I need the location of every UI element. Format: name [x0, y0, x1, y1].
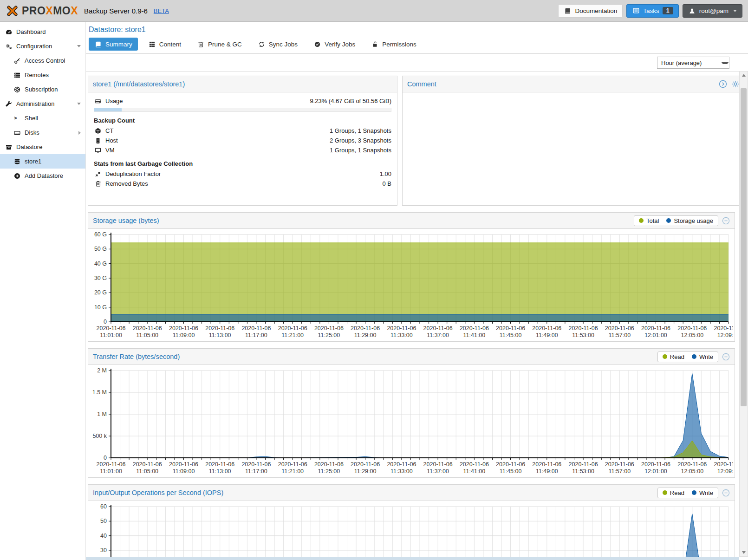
sidebar-item-shell[interactable]: >_Shell [0, 111, 85, 125]
legend-write[interactable]: Write [692, 489, 713, 496]
legend-read[interactable]: Read [663, 489, 684, 496]
chart-legend: ReadWrite [657, 352, 718, 362]
expand-arrow-icon[interactable] [78, 131, 81, 135]
svg-text:10 G: 10 G [94, 304, 107, 311]
sidebar-item-add-datastore[interactable]: Add Datastore [0, 169, 85, 183]
collapse-arrow-icon[interactable] [77, 103, 81, 105]
sidebar-item-configuration[interactable]: Configuration [0, 39, 85, 53]
svg-text:11:33:00: 11:33:00 [390, 332, 413, 339]
tab-label: Permissions [382, 41, 416, 48]
sidebar-item-subscription[interactable]: Subscription [0, 82, 85, 97]
sidebar-item-disks[interactable]: Disks [0, 125, 85, 140]
row-label: Removed Bytes [105, 180, 148, 187]
collapse-icon[interactable] [722, 353, 730, 361]
gears-icon [5, 43, 13, 50]
svg-text:2020-11-06: 2020-11-06 [677, 325, 707, 332]
legend-dot-icon [663, 354, 667, 359]
grid-icon [148, 41, 156, 47]
app-window: PROXMOX Backup Server 0.9-6 BETA Documen… [0, 0, 748, 560]
svg-text:2020-11-06: 2020-11-06 [496, 325, 525, 332]
svg-text:2020-11-06: 2020-11-06 [641, 461, 670, 468]
sidebar-item-label: Configuration [16, 43, 52, 50]
svg-text:11:21:00: 11:21:00 [281, 468, 304, 475]
select-trigger[interactable] [720, 57, 729, 68]
legend-write[interactable]: Write [692, 353, 713, 360]
comment-content[interactable] [403, 92, 745, 207]
tab-summary[interactable]: Summary [89, 38, 138, 51]
lifering-icon [13, 86, 21, 93]
collapse-icon[interactable] [722, 217, 730, 225]
svg-text:0: 0 [104, 319, 107, 325]
top-header: PROXMOX Backup Server 0.9-6 BETA Documen… [0, 0, 748, 22]
time-range-select[interactable]: Hour (average) [657, 57, 729, 69]
sidebar-item-label: Administration [16, 100, 54, 107]
legend-read[interactable]: Read [663, 353, 684, 360]
collapse-icon[interactable] [722, 489, 730, 497]
horizontal-scrollbar[interactable] [86, 557, 739, 560]
svg-text:12:09:00: 12:09:00 [717, 332, 733, 339]
svg-text:11:37:00: 11:37:00 [427, 332, 449, 339]
scroll-down-arrow[interactable] [740, 549, 748, 556]
svg-text:2020-11-06: 2020-11-06 [314, 461, 344, 468]
input-output-operations-per-second-iops-panel: Input/Output Operations per Second (IOPS… [88, 484, 735, 560]
svg-text:11:01:00: 11:01:00 [100, 332, 122, 339]
svg-text:11:33:00: 11:33:00 [390, 468, 413, 475]
transfer-rate-bytes-second-chart: 2 M1.5 M1 M500 k02020-11-0611:01:002020-… [90, 366, 733, 477]
svg-text:11:05:00: 11:05:00 [136, 332, 158, 339]
row-label: Deduplication Factor [105, 170, 161, 177]
sidebar-item-remotes[interactable]: Remotes [0, 68, 85, 82]
sidebar: DashboardConfigurationAccess ControlRemo… [0, 22, 86, 560]
svg-text:11:25:00: 11:25:00 [318, 332, 340, 339]
documentation-button[interactable]: Documentation [558, 4, 623, 18]
sidebar-item-label: Shell [25, 115, 38, 122]
sidebar-item-access-control[interactable]: Access Control [0, 53, 85, 68]
svg-text:12:01:00: 12:01:00 [644, 468, 667, 475]
beta-link[interactable]: BETA [154, 7, 169, 14]
brand-segment: PRO [22, 5, 46, 17]
sidebar-item-datastore[interactable]: Datastore [0, 140, 85, 154]
chart-title: Storage usage (bytes) [93, 217, 159, 224]
collapse-arrow-icon[interactable] [77, 45, 81, 47]
tasks-button[interactable]: Tasks 1 [626, 4, 678, 18]
scroll-up-arrow[interactable] [740, 72, 748, 79]
tab-verify-jobs[interactable]: Verify Jobs [308, 38, 361, 51]
sidebar-item-label: Dashboard [16, 28, 46, 35]
svg-text:2020-11-06: 2020-11-06 [241, 461, 271, 468]
svg-text:2020-11-06: 2020-11-06 [205, 325, 234, 332]
chart-title: Transfer Rate (bytes/second) [93, 353, 180, 360]
vertical-scrollbar[interactable] [739, 71, 748, 557]
legend-storage-usage[interactable]: Storage usage [666, 217, 713, 224]
user-menu-button[interactable]: root@pam [683, 4, 742, 18]
row-value: 1 Groups, 1 Snapshots [330, 127, 391, 134]
summary-row-removed-bytes: Removed Bytes0 B [94, 179, 391, 189]
tasks-badge: 1 [663, 7, 673, 14]
svg-text:30: 30 [100, 547, 107, 553]
tab-sync-jobs[interactable]: Sync Jobs [252, 38, 303, 51]
sidebar-item-administration[interactable]: Administration [0, 97, 85, 111]
expand-tool-icon[interactable] [719, 80, 728, 88]
tab-label: Content [159, 41, 181, 48]
svg-text:2020-11-06: 2020-11-06 [460, 461, 489, 468]
brand-name: PROXMOX [22, 5, 78, 17]
tab-label: Prune & GC [208, 41, 242, 48]
svg-text:2020-11-06: 2020-11-06 [278, 325, 307, 332]
svg-text:50 G: 50 G [94, 246, 107, 252]
svg-text:2020-11-06: 2020-11-06 [605, 461, 634, 468]
svg-text:11:41:00: 11:41:00 [463, 468, 486, 475]
tab-prune-gc[interactable]: Prune & GC [191, 38, 247, 51]
svg-text:60: 60 [100, 503, 107, 510]
sidebar-item-store1[interactable]: store1 [0, 154, 85, 169]
scrollbar-thumb[interactable] [741, 88, 747, 406]
tab-content[interactable]: Content [143, 38, 187, 51]
svg-text:2020-11-06: 2020-11-06 [714, 325, 733, 332]
backup-count-heading: Backup Count [94, 117, 391, 124]
tab-label: Summary [105, 41, 132, 48]
plus-circle-icon [13, 173, 21, 179]
sidebar-item-dashboard[interactable]: Dashboard [0, 25, 85, 39]
svg-text:11:09:00: 11:09:00 [173, 332, 195, 339]
chevron-down-icon [733, 10, 737, 12]
legend-total[interactable]: Total [639, 217, 659, 224]
svg-text:1 M: 1 M [97, 411, 107, 417]
tab-permissions[interactable]: Permissions [365, 38, 422, 51]
transfer-rate-bytes-second-panel: Transfer Rate (bytes/second)ReadWrite2 M… [88, 348, 735, 478]
